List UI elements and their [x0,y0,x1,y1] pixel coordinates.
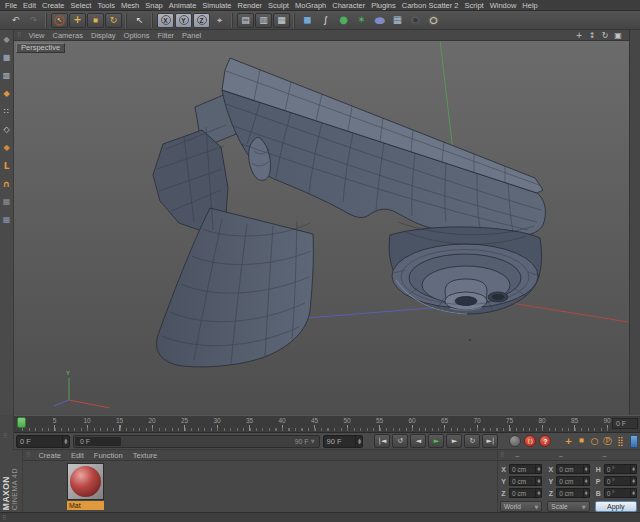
viewport-canvas[interactable]: Y [14,30,629,415]
light-button[interactable]: ○ [425,13,442,28]
spinner-arrows-icon[interactable]: ▲▼ [630,477,636,485]
previous-frame-button[interactable]: ◄ [410,434,426,448]
lock-z-axis-button[interactable]: Z [193,13,210,28]
drag-handle-icon[interactable]: ⠿ [26,452,30,458]
coord-header-size[interactable]: – [551,450,595,461]
deformer-button[interactable]: ● [371,13,388,28]
scale-button[interactable]: ◼ [87,13,104,28]
record-objects-button[interactable] [509,435,521,447]
redo-button[interactable]: ↷ [25,13,42,28]
spinner-arrows-icon[interactable]: ▲▼ [583,489,589,497]
coord-field-position-x[interactable]: 0 cm▲▼ [509,464,542,474]
drag-handle-icon[interactable]: ⠿ [2,515,6,521]
material-menu-edit[interactable]: Edit [66,450,89,461]
live-selection-button[interactable]: ↖ [51,13,68,28]
snap-button[interactable]: ∩ [0,177,13,191]
menu-item-plugins[interactable]: Plugins [368,0,399,11]
coord-field-rotation-h[interactable]: 0 °▲▼ [604,464,637,474]
menu-item-render[interactable]: Render [235,0,266,11]
render-region-button[interactable]: ▥ [255,13,272,28]
move-button[interactable]: + [69,13,86,28]
key-parameter-button[interactable]: Ⓟ [601,437,613,446]
viewport-menu-filter[interactable]: Filter [153,30,178,41]
pan-icon[interactable]: + [574,31,584,40]
camera-button[interactable]: ◉ [407,13,424,28]
convert-editable-button[interactable]: ◆ [0,33,13,47]
menu-item-script[interactable]: Script [461,0,486,11]
coord-field-rotation-b[interactable]: 0 °▲▼ [604,488,637,498]
toggle-view-icon[interactable]: ▣ [613,31,623,40]
menu-item-sculpt[interactable]: Sculpt [265,0,292,11]
spinner-arrows-icon[interactable]: ▲▼ [535,465,541,473]
spinner-arrows-icon[interactable]: ▲▼ [583,465,589,473]
render-view-button[interactable]: ▤ [237,13,254,28]
enable-axis-button[interactable]: L [0,159,13,173]
viewport-menu-panel[interactable]: Panel [178,30,205,41]
zoom-icon[interactable]: ↕ [587,31,597,40]
menu-item-create[interactable]: Create [39,0,68,11]
drag-handle-icon[interactable]: ⠿ [500,452,504,458]
viewport-menu-cameras[interactable]: Cameras [49,30,87,41]
range-end-handle[interactable]: 90 F ▼ [295,437,315,446]
workplane-locked-button[interactable]: ▦ [0,213,13,227]
lock-x-axis-button[interactable]: X [157,13,174,28]
menu-item-mograph[interactable]: MoGraph [292,0,329,11]
menu-item-file[interactable]: File [2,0,20,11]
edges-mode-button[interactable]: ◇ [0,123,13,137]
spinner-arrows-icon[interactable]: ▲▼ [630,465,636,473]
key-scale-button[interactable]: ◼ [575,437,587,446]
spinner-arrows-icon[interactable]: ▲▼ [583,477,589,485]
coordinate-system-button[interactable]: ⌖ [211,13,228,28]
menu-item-edit[interactable]: Edit [20,0,39,11]
subdivision-surface-button[interactable]: ● [335,13,352,28]
render-settings-button[interactable]: ▦ [273,13,290,28]
drag-handle-icon[interactable]: ⠿ [17,32,21,38]
texture-mode-button[interactable]: ▩ [0,69,13,83]
spline-pen-button[interactable]: ∫ [317,13,334,28]
range-start-handle[interactable]: 0 F [75,437,121,446]
material-menu-function[interactable]: Function [89,450,128,461]
coord-header-position[interactable]: – [507,450,551,461]
menu-item-tools[interactable]: Tools [94,0,118,11]
goto-start-button[interactable]: |◄ [374,434,390,448]
undo-button[interactable]: ↶ [7,13,24,28]
drag-handle-icon[interactable]: ⠿ [3,433,7,439]
view-label[interactable]: Perspective [16,43,65,53]
menu-item-character[interactable]: Character [329,0,368,11]
material-thumbnail[interactable] [67,463,104,500]
spinner-arrows-icon[interactable]: ▲▼ [535,489,541,497]
timeline-ruler[interactable]: 0 F 051015202530354045505560657075808590 [14,415,640,433]
menu-item-snap[interactable]: Snap [142,0,166,11]
end-frame-field[interactable]: 90 F ▲▼ [323,435,364,448]
menu-item-window[interactable]: Window [487,0,520,11]
preview-range-slider[interactable]: 0 F 90 F ▼ [73,435,320,448]
coord-field-position-y[interactable]: 0 cm▲▼ [509,476,542,486]
coord-field-size-z[interactable]: 0 cm▲▼ [556,488,589,498]
coord-select-scale[interactable]: Scale▼ [547,501,589,512]
record-keyframe-button[interactable]: ( ) [524,435,536,447]
menu-item-simulate[interactable]: Simulate [199,0,234,11]
coord-field-size-y[interactable]: 0 cm▲▼ [556,476,589,486]
material-menu-create[interactable]: Create [33,450,66,461]
generator-button[interactable]: ✶ [353,13,370,28]
coord-header-rotation[interactable]: – [594,450,638,461]
material-menu-texture[interactable]: Texture [128,450,163,461]
next-key-button[interactable]: ↻ [464,434,480,448]
add-cube-button[interactable]: ◼ [299,13,316,28]
current-frame-field[interactable]: 0 F ▲▼ [16,435,70,448]
model-mode-button[interactable]: ■ [0,51,13,65]
last-tool-button[interactable]: ↖ [131,13,148,28]
apply-button[interactable]: Apply [595,501,637,512]
menu-item-help[interactable]: Help [519,0,540,11]
autokeying-button[interactable]: ? [539,435,551,447]
rotate-button[interactable]: ↻ [105,13,122,28]
orbit-icon[interactable]: ↻ [600,31,610,40]
polygons-mode-button[interactable]: ◆ [0,141,13,155]
viewport-menu-options[interactable]: Options [120,30,154,41]
coord-field-size-x[interactable]: 0 cm▲▼ [556,464,589,474]
spinner-arrows-icon[interactable]: ▲▼ [535,477,541,485]
menu-item-select[interactable]: Select [68,0,95,11]
spinner-arrows-icon[interactable]: ▲▼ [355,436,362,447]
menu-item-carbon-scatter-2[interactable]: Carbon Scatter 2 [399,0,462,11]
coord-field-rotation-p[interactable]: 0 °▲▼ [604,476,637,486]
